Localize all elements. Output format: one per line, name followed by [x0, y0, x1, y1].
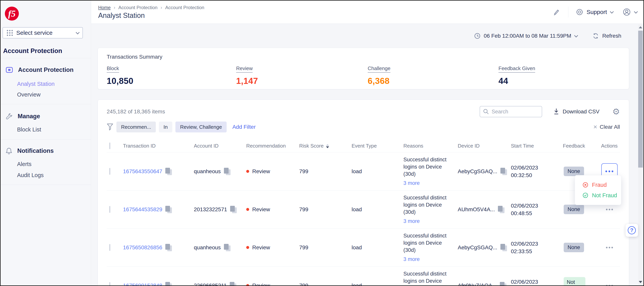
- copy-icon[interactable]: [165, 282, 172, 285]
- clear-all-button[interactable]: Clear All: [593, 124, 620, 130]
- transaction-id-link[interactable]: 1675650826856: [123, 244, 162, 251]
- column-header-transaction-id: Transaction ID: [123, 143, 194, 149]
- refresh-icon: [592, 33, 599, 40]
- main-content: 06 Feb 12:00AM to 08 Mar 11:59PM Refresh…: [91, 24, 644, 285]
- more-reasons-link[interactable]: 3 more: [404, 218, 454, 225]
- breadcrumb-item[interactable]: Account Protection: [118, 5, 157, 10]
- copy-icon[interactable]: [165, 206, 172, 213]
- feedback-badge: None: [564, 167, 584, 176]
- search-box[interactable]: [480, 106, 542, 117]
- copy-icon[interactable]: [500, 282, 506, 285]
- breadcrumb-home[interactable]: Home: [98, 5, 110, 10]
- app-window: f5 Select service Account Protection Acc…: [0, 0, 644, 286]
- sidebar-group-manage[interactable]: Manage: [6, 113, 40, 120]
- copy-icon[interactable]: [498, 206, 504, 213]
- metric-value-challenge: 6,368: [368, 76, 498, 86]
- sort-icon[interactable]: [326, 144, 329, 148]
- metric-label-feedback-given[interactable]: Feedback Given: [498, 66, 535, 73]
- scrollbar-down-arrow-icon[interactable]: [639, 281, 642, 283]
- pencil-icon[interactable]: [552, 8, 561, 17]
- copy-icon[interactable]: [230, 282, 236, 285]
- chevron-down-icon: [634, 10, 638, 14]
- sidebar-group-label: Manage: [18, 113, 40, 120]
- scrollbar-up-arrow-icon[interactable]: [639, 26, 642, 28]
- help-button[interactable]: ?: [626, 224, 638, 237]
- row-checkbox[interactable]: [110, 168, 110, 175]
- device-id: AUhmO5V4A...: [458, 206, 495, 213]
- download-csv-button[interactable]: Download CSV: [553, 108, 600, 116]
- page-title: Analyst Station: [98, 12, 145, 20]
- metric-label-review[interactable]: Review: [236, 66, 253, 73]
- transaction-id-link[interactable]: 1675699152848: [123, 282, 162, 285]
- date-range-picker[interactable]: 06 Feb 12:00AM to 08 Mar 11:59PM: [474, 33, 577, 39]
- metric-challenge: Challenge 6,368: [368, 66, 498, 86]
- row-actions-button[interactable]: [606, 209, 613, 210]
- copy-icon[interactable]: [224, 244, 230, 251]
- close-icon: [593, 124, 598, 130]
- sidebar-item-alerts[interactable]: Alerts: [17, 161, 32, 167]
- apps-grid-icon: [7, 30, 13, 36]
- copy-icon[interactable]: [500, 168, 507, 175]
- divider: [0, 139, 91, 140]
- metric-label-block[interactable]: Block: [107, 66, 119, 73]
- row-checkbox[interactable]: [110, 282, 110, 285]
- filter-operator-chip[interactable]: In: [159, 122, 172, 132]
- user-menu[interactable]: [622, 7, 637, 17]
- top-bar: Home Account Protection Account Protecti…: [91, 1, 644, 24]
- more-reasons-link[interactable]: 3 more: [404, 180, 454, 187]
- copy-icon[interactable]: [500, 244, 507, 251]
- row-checkbox[interactable]: [110, 206, 110, 213]
- transaction-id-link[interactable]: 1675643550647: [123, 168, 162, 175]
- row-actions-button[interactable]: [606, 247, 613, 248]
- add-filter-link[interactable]: Add Filter: [232, 124, 256, 130]
- circle-check-icon: [582, 192, 588, 198]
- sidebar-item-audit-logs[interactable]: Audit Logs: [17, 172, 44, 178]
- download-csv-label: Download CSV: [563, 109, 600, 115]
- f5-logo: f5: [5, 7, 19, 21]
- content-toolbar: 06 Feb 12:00AM to 08 Mar 11:59PM Refresh: [98, 24, 629, 48]
- scrollbar-thumb[interactable]: [638, 31, 643, 168]
- metric-label-challenge[interactable]: Challenge: [368, 66, 390, 73]
- table-row: 1675650826856 quanheous Review 799 load …: [107, 228, 620, 266]
- gear-icon[interactable]: ⚙: [612, 107, 620, 116]
- row-checkbox[interactable]: [110, 244, 110, 251]
- recommendation: Review: [252, 168, 270, 175]
- sidebar-item-block-list[interactable]: Block List: [17, 126, 41, 133]
- transaction-id-link[interactable]: 1675644535829: [123, 206, 162, 213]
- items-count: 245,182 of 18,365 items: [107, 109, 165, 115]
- filter-field-chip[interactable]: Recommen...: [116, 122, 156, 132]
- menu-item-label: Fraud: [592, 182, 607, 188]
- copy-icon[interactable]: [165, 244, 172, 251]
- search-input[interactable]: [492, 109, 536, 115]
- review-dot-icon: [246, 170, 249, 173]
- risk-score: 799: [299, 206, 352, 213]
- table-header-row: Transaction ID Account ID Recommendation…: [107, 139, 620, 152]
- service-picker-dropdown[interactable]: Select service: [2, 27, 83, 39]
- filter-value-chip[interactable]: Review, Challenge: [176, 122, 226, 132]
- column-header-risk-score: Risk Score: [299, 143, 352, 149]
- column-header-event-type: Event Type: [352, 143, 404, 149]
- account-id: 20132322571: [194, 206, 227, 213]
- more-reasons-link[interactable]: 3 more: [404, 256, 454, 263]
- copy-icon[interactable]: [165, 168, 172, 175]
- sidebar-group-account-protection[interactable]: Account Protection: [6, 66, 74, 73]
- refresh-button[interactable]: Refresh: [592, 33, 621, 40]
- support-menu[interactable]: Support: [576, 8, 613, 16]
- copy-icon[interactable]: [230, 206, 237, 213]
- logo-text: f5: [8, 9, 16, 19]
- menu-item-not-fraud[interactable]: Not Fraud: [575, 190, 621, 201]
- start-time: 02/06/202300:48:55: [511, 202, 563, 217]
- select-all-checkbox[interactable]: [110, 143, 110, 149]
- sidebar-item-analyst-station[interactable]: Analyst Station: [17, 81, 54, 87]
- recommendation: Review: [252, 282, 270, 285]
- row-actions-button[interactable]: [606, 285, 613, 285]
- recommendation: Review: [252, 206, 270, 213]
- sidebar-item-overview[interactable]: Overview: [17, 91, 40, 98]
- copy-icon[interactable]: [224, 168, 230, 175]
- bell-icon: [6, 147, 12, 154]
- risk-score: 799: [299, 168, 352, 175]
- sidebar-group-notifications[interactable]: Notifications: [6, 147, 54, 154]
- sidebar-heading: Account Protection: [3, 47, 62, 55]
- menu-item-fraud[interactable]: Fraud: [575, 180, 621, 190]
- device-id: AebyCgSGAQ...: [458, 168, 497, 175]
